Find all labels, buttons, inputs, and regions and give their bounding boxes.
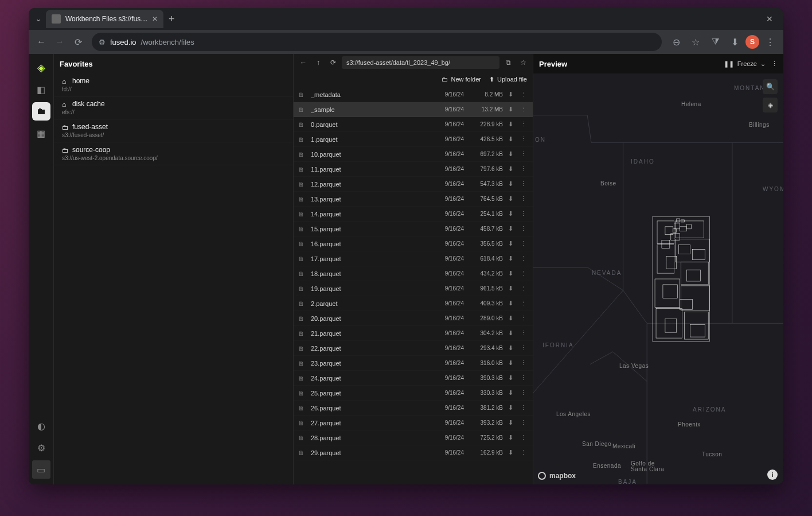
file-row[interactable]: 🗎10.parquet9/16/24697.2 kB⬇⋮ <box>294 147 533 162</box>
omnibox[interactable]: ⚙ fused.io/workbench/files <box>92 33 662 51</box>
file-list[interactable]: 🗎_metadata9/16/248.2 MB⬇⋮🗎_sample9/16/24… <box>294 87 533 484</box>
download-file-icon[interactable]: ⬇ <box>505 404 516 412</box>
path-refresh-icon[interactable]: ⟳ <box>327 59 339 67</box>
download-file-icon[interactable]: ⬇ <box>505 165 516 173</box>
rail-files-icon[interactable]: 🖿 <box>32 102 50 121</box>
rail-layers-icon[interactable]: ◧ <box>32 80 50 99</box>
download-file-icon[interactable]: ⬇ <box>505 135 516 143</box>
window-close-icon[interactable]: ✕ <box>760 14 779 24</box>
file-menu-icon[interactable]: ⋮ <box>518 240 528 247</box>
browser-tab[interactable]: Workbench Files s3://fus… ✕ <box>46 10 163 28</box>
new-folder-button[interactable]: 🗀New folder <box>442 76 481 83</box>
file-menu-icon[interactable]: ⋮ <box>518 121 528 128</box>
download-file-icon[interactable]: ⬇ <box>505 359 516 367</box>
file-row[interactable]: 🗎15.parquet9/16/24458.7 kB⬇⋮ <box>294 222 533 236</box>
file-menu-icon[interactable]: ⋮ <box>518 315 528 322</box>
file-row[interactable]: 🗎20.parquet9/16/24289.0 kB⬇⋮ <box>294 311 533 326</box>
file-row[interactable]: 🗎2.parquet9/16/24409.3 kB⬇⋮ <box>294 296 533 311</box>
preview-menu-icon[interactable]: ⋮ <box>771 60 778 68</box>
freeze-button[interactable]: ❚❚ Freeze ⌄ <box>724 60 766 68</box>
download-file-icon[interactable]: ⬇ <box>505 121 516 128</box>
rail-settings-icon[interactable]: ⚙ <box>32 439 50 457</box>
map-search-icon[interactable]: 🔍 <box>763 79 778 94</box>
file-menu-icon[interactable]: ⋮ <box>518 91 528 98</box>
path-back-icon[interactable]: ← <box>297 59 310 67</box>
file-menu-icon[interactable]: ⋮ <box>518 165 528 173</box>
file-menu-icon[interactable]: ⋮ <box>518 106 528 113</box>
path-up-icon[interactable]: ↑ <box>312 59 325 67</box>
download-file-icon[interactable]: ⬇ <box>505 180 516 188</box>
file-menu-icon[interactable]: ⋮ <box>518 449 528 456</box>
browser-menu-icon[interactable]: ⋮ <box>762 37 779 48</box>
copy-path-icon[interactable]: ⧉ <box>502 59 514 67</box>
file-row[interactable]: 🗎21.parquet9/16/24304.2 kB⬇⋮ <box>294 326 533 341</box>
download-file-icon[interactable]: ⬇ <box>505 106 516 113</box>
download-file-icon[interactable]: ⬇ <box>505 374 516 382</box>
file-menu-icon[interactable]: ⋮ <box>518 434 528 441</box>
download-file-icon[interactable]: ⬇ <box>505 150 516 158</box>
file-row[interactable]: 🗎11.parquet9/16/24797.6 kB⬇⋮ <box>294 162 533 177</box>
favorite-item[interactable]: 🗀fused-assets3://fused-asset/ <box>54 119 293 142</box>
file-menu-icon[interactable]: ⋮ <box>518 150 528 158</box>
file-row[interactable]: 🗎1.parquet9/16/24426.5 kB⬇⋮ <box>294 132 533 147</box>
profile-avatar[interactable]: S <box>745 35 759 49</box>
file-menu-icon[interactable]: ⋮ <box>518 344 528 352</box>
upload-file-button[interactable]: ⬆Upload file <box>489 76 527 83</box>
tab-list-caret-icon[interactable]: ⌄ <box>33 15 44 23</box>
tab-close-icon[interactable]: ✕ <box>152 15 158 23</box>
map-info-icon[interactable]: i <box>767 470 778 480</box>
file-menu-icon[interactable]: ⋮ <box>518 404 528 412</box>
file-menu-icon[interactable]: ⋮ <box>518 329 528 337</box>
file-row[interactable]: 🗎24.parquet9/16/24390.3 kB⬇⋮ <box>294 371 533 386</box>
file-menu-icon[interactable]: ⋮ <box>518 135 528 143</box>
download-file-icon[interactable]: ⬇ <box>505 195 516 203</box>
file-row[interactable]: 🗎0.parquet9/16/24228.9 kB⬇⋮ <box>294 117 533 132</box>
file-menu-icon[interactable]: ⋮ <box>518 225 528 232</box>
favorite-item[interactable]: 🗀source-coops3://us-west-2.opendata.sour… <box>54 142 293 165</box>
file-row[interactable]: 🗎_metadata9/16/248.2 MB⬇⋮ <box>294 87 533 102</box>
file-row[interactable]: 🗎25.parquet9/16/24330.3 kB⬇⋮ <box>294 386 533 401</box>
path-input[interactable] <box>342 56 499 69</box>
favorite-path-icon[interactable]: ☆ <box>517 59 529 67</box>
download-file-icon[interactable]: ⬇ <box>505 389 516 397</box>
download-file-icon[interactable]: ⬇ <box>505 344 516 352</box>
file-row[interactable]: 🗎28.parquet9/16/24725.2 kB⬇⋮ <box>294 430 533 445</box>
zoom-icon[interactable]: ⊖ <box>667 37 685 48</box>
download-file-icon[interactable]: ⬇ <box>505 285 516 292</box>
download-file-icon[interactable]: ⬇ <box>505 91 516 98</box>
extensions-icon[interactable]: ⧩ <box>706 37 724 47</box>
download-file-icon[interactable]: ⬇ <box>505 210 516 218</box>
nav-back-icon[interactable]: ← <box>33 37 49 47</box>
file-menu-icon[interactable]: ⋮ <box>518 210 528 218</box>
logo-icon[interactable]: ◈ <box>32 59 50 77</box>
file-row[interactable]: 🗎17.parquet9/16/24618.4 kB⬇⋮ <box>294 251 533 266</box>
download-file-icon[interactable]: ⬇ <box>505 434 516 441</box>
site-permissions-icon[interactable]: ⚙ <box>99 38 106 46</box>
download-file-icon[interactable]: ⬇ <box>505 419 516 426</box>
file-row[interactable]: 🗎23.parquet9/16/24316.0 kB⬇⋮ <box>294 356 533 371</box>
file-menu-icon[interactable]: ⋮ <box>518 359 528 367</box>
download-file-icon[interactable]: ⬇ <box>505 270 516 277</box>
file-row[interactable]: 🗎29.parquet9/16/24162.9 kB⬇⋮ <box>294 445 533 460</box>
file-menu-icon[interactable]: ⋮ <box>518 255 528 262</box>
download-file-icon[interactable]: ⬇ <box>505 300 516 307</box>
nav-reload-icon[interactable]: ⟳ <box>70 37 86 48</box>
file-row[interactable]: 🗎27.parquet9/16/24393.2 kB⬇⋮ <box>294 416 533 430</box>
map-layers-icon[interactable]: ◈ <box>763 98 778 112</box>
download-file-icon[interactable]: ⬇ <box>505 315 516 322</box>
download-file-icon[interactable]: ⬇ <box>505 255 516 262</box>
favorite-item[interactable]: ⌂disk cacheefs:// <box>54 96 293 119</box>
file-menu-icon[interactable]: ⋮ <box>518 374 528 382</box>
file-menu-icon[interactable]: ⋮ <box>518 195 528 203</box>
file-menu-icon[interactable]: ⋮ <box>518 180 528 188</box>
file-row[interactable]: 🗎12.parquet9/16/24547.3 kB⬇⋮ <box>294 177 533 192</box>
file-row[interactable]: 🗎19.parquet9/16/24961.5 kB⬇⋮ <box>294 281 533 296</box>
new-tab-button[interactable]: + <box>163 13 179 25</box>
download-file-icon[interactable]: ⬇ <box>505 329 516 337</box>
file-row[interactable]: 🗎26.parquet9/16/24381.2 kB⬇⋮ <box>294 401 533 416</box>
download-file-icon[interactable]: ⬇ <box>505 225 516 232</box>
file-row[interactable]: 🗎_sample9/16/2413.2 MB⬇⋮ <box>294 102 533 117</box>
downloads-icon[interactable]: ⬇ <box>726 37 743 48</box>
download-file-icon[interactable]: ⬇ <box>505 449 516 456</box>
favorite-item[interactable]: ⌂homefd:// <box>54 73 293 96</box>
